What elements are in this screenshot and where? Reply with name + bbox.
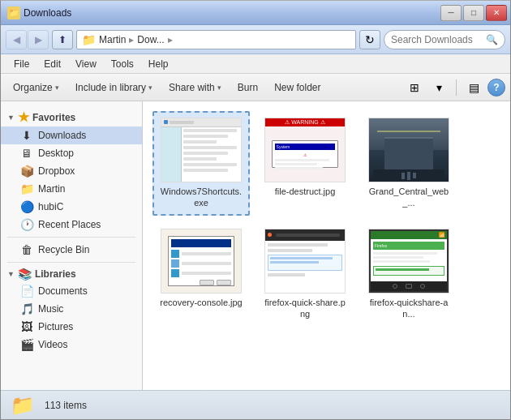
window-icon: 📁 (7, 6, 20, 19)
file-thumbnail-recovery-console (161, 229, 242, 294)
sidebar-item-recent-places[interactable]: 🕐 Recent Places (1, 216, 142, 234)
file-name-firefox-quick-share: firefox-quick-share.png (263, 297, 347, 320)
pictures-icon: 🖼 (20, 320, 33, 333)
path-separator-2: ▸ (168, 34, 173, 45)
martin-icon: 📁 (20, 182, 33, 195)
menu-tools[interactable]: Tools (105, 57, 140, 71)
share-with-arrow: ▾ (217, 84, 221, 92)
documents-icon: 📄 (20, 285, 33, 298)
path-segment-martin: Martin (99, 34, 126, 45)
sidebar-item-music[interactable]: 🎵 Music (1, 300, 142, 318)
status-item-count: 113 items (45, 400, 87, 411)
sidebar-item-martin-label: Martin (38, 183, 65, 195)
search-box[interactable]: 🔍 (384, 30, 505, 49)
explorer-window: 📁 Downloads ─ □ ✕ ◀ ▶ ⬆ 📁 Martin ▸ Dow..… (0, 0, 511, 420)
address-path[interactable]: 📁 Martin ▸ Dow... ▸ (76, 30, 356, 49)
file-thumbnail-win7shortcuts (161, 118, 242, 182)
file-thumbnail-grand-central (368, 118, 449, 182)
sidebar-divider-2 (7, 262, 135, 263)
title-controls: ─ □ ✕ (440, 5, 507, 21)
organize-button[interactable]: Organize ▾ (6, 77, 67, 98)
new-folder-button[interactable]: New folder (267, 77, 328, 98)
sidebar-item-pictures[interactable]: 🖼 Pictures (1, 318, 142, 336)
path-separator-1: ▸ (129, 34, 134, 45)
libraries-collapse-arrow: ▼ (7, 270, 15, 278)
view-arrow-button[interactable]: ▾ (428, 78, 449, 97)
file-item-recovery-console[interactable]: recovery-console.jpg (152, 222, 250, 327)
burn-button[interactable]: Burn (230, 77, 265, 98)
minimize-button[interactable]: ─ (440, 5, 462, 21)
close-button[interactable]: ✕ (486, 5, 507, 21)
libraries-section: ▼ 📚 Libraries 📄 Documents 🎵 Music 🖼 Pict… (1, 266, 142, 354)
menu-view[interactable]: View (69, 57, 103, 71)
organize-label: Organize (13, 82, 53, 93)
details-pane-button[interactable]: ▤ (463, 78, 484, 97)
main-area: ▼ ★ Favorites ⬇ Downloads 🖥 Desktop 📦 Dr… (1, 101, 510, 390)
share-with-button[interactable]: Share with ▾ (161, 77, 229, 98)
sidebar-item-downloads[interactable]: ⬇ Downloads (1, 126, 142, 144)
desktop-icon: 🖥 (20, 147, 33, 160)
include-in-library-label: Include in library (75, 82, 146, 93)
sidebar-item-documents[interactable]: 📄 Documents (1, 282, 142, 300)
status-bar: 📁 113 items (1, 390, 510, 419)
up-button[interactable]: ⬆ (52, 30, 73, 49)
refresh-button[interactable]: ↻ (359, 30, 380, 49)
file-thumbnail-firefox-quickshare-an: 📶 Firefox (368, 229, 449, 294)
favorites-star-icon: ★ (18, 109, 29, 125)
maximize-button[interactable]: □ (463, 5, 484, 21)
sidebar-item-recycle-bin[interactable]: 🗑 Recycle Bin (1, 241, 142, 259)
help-button[interactable]: ? (487, 79, 505, 96)
sidebar-item-martin[interactable]: 📁 Martin (1, 180, 142, 198)
include-in-library-button[interactable]: Include in library ▾ (68, 77, 160, 98)
favorites-label: Favorites (32, 112, 75, 123)
libraries-header[interactable]: ▼ 📚 Libraries (1, 266, 142, 282)
title-bar: 📁 Downloads ─ □ ✕ (1, 1, 510, 25)
favorites-collapse-arrow: ▼ (7, 114, 15, 122)
file-thumbnail-firefox-quick-share (264, 229, 346, 294)
file-name-recovery-console: recovery-console.jpg (160, 297, 243, 308)
file-item-file-destruct[interactable]: ⚠ WARNING ⚠ System ⚠ (256, 111, 354, 216)
sidebar-item-videos[interactable]: 🎬 Videos (1, 336, 142, 354)
sidebar-item-dropbox-label: Dropbox (38, 165, 75, 177)
sidebar-item-videos-label: Videos (38, 339, 67, 350)
sidebar-item-recent-places-label: Recent Places (38, 219, 101, 230)
file-name-grand-central: Grand_Central_web_... (367, 186, 451, 209)
view-toggle-button[interactable]: ⊞ (404, 78, 425, 97)
libraries-icon: 📚 (18, 268, 32, 281)
sidebar-item-hubic[interactable]: 🔵 hubiC (1, 198, 142, 216)
menu-file[interactable]: File (7, 57, 36, 71)
file-name-file-destruct: file-destruct.jpg (275, 186, 336, 197)
hubic-icon: 🔵 (20, 200, 33, 213)
share-with-label: Share with (169, 82, 215, 93)
menu-help[interactable]: Help (142, 57, 175, 71)
search-input[interactable] (391, 34, 483, 45)
file-name-firefox-quickshare-an: firefox-quickshare-an... (367, 297, 451, 320)
organize-arrow: ▾ (55, 84, 59, 92)
include-in-library-arrow: ▾ (148, 84, 152, 92)
sidebar-item-pictures-label: Pictures (38, 321, 73, 332)
file-item-win7shortcuts[interactable]: Windows7Shortcuts.exe (152, 111, 250, 216)
title-bar-left: 📁 Downloads (7, 6, 71, 19)
sidebar-item-downloads-label: Downloads (38, 130, 86, 141)
window-title: Downloads (24, 7, 71, 19)
favorites-section: ▼ ★ Favorites ⬇ Downloads 🖥 Desktop 📦 Dr… (1, 108, 142, 234)
file-item-firefox-quick-share[interactable]: firefox-quick-share.png (256, 222, 354, 327)
address-bar: ◀ ▶ ⬆ 📁 Martin ▸ Dow... ▸ ↻ 🔍 (1, 25, 510, 54)
path-folder-icon: 📁 (82, 33, 96, 46)
sidebar-item-music-label: Music (38, 303, 63, 315)
sidebar-item-dropbox[interactable]: 📦 Dropbox (1, 162, 142, 180)
sidebar-item-desktop-label: Desktop (38, 148, 74, 159)
sidebar-item-desktop[interactable]: 🖥 Desktop (1, 144, 142, 162)
downloads-icon: ⬇ (20, 129, 33, 142)
forward-button[interactable]: ▶ (28, 30, 49, 49)
videos-icon: 🎬 (20, 338, 33, 351)
back-button[interactable]: ◀ (6, 30, 27, 49)
toolbar-right: ⊞ ▾ ▤ ? (404, 78, 505, 97)
search-icon: 🔍 (486, 34, 498, 45)
favorites-header[interactable]: ▼ ★ Favorites (1, 108, 142, 126)
sidebar-item-recycle-bin-label: Recycle Bin (38, 244, 89, 255)
sidebar-divider-1 (7, 237, 135, 238)
file-item-firefox-quickshare-an[interactable]: 📶 Firefox (360, 222, 457, 327)
file-item-grand-central[interactable]: Grand_Central_web_... (360, 111, 457, 216)
menu-edit[interactable]: Edit (37, 57, 67, 71)
